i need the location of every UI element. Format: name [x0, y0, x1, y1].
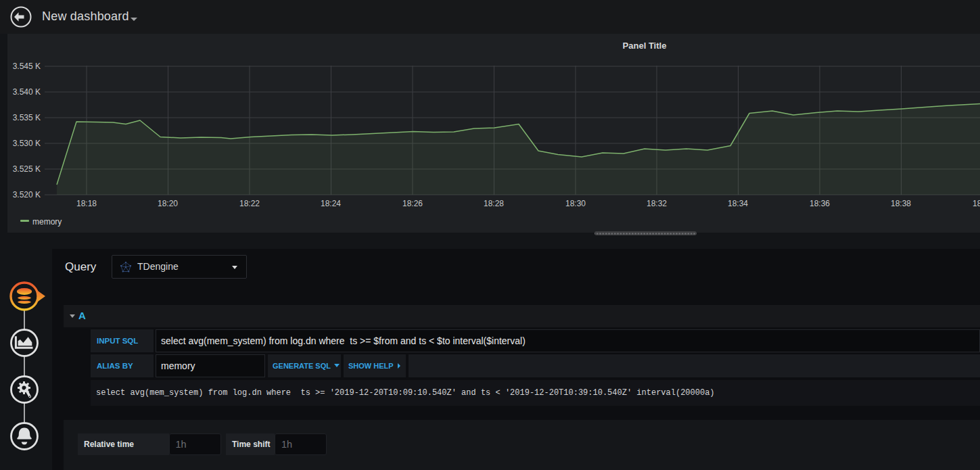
svg-text:memory: memory — [32, 217, 62, 227]
svg-text:3.545 K: 3.545 K — [13, 62, 41, 71]
svg-text:18:36: 18:36 — [810, 199, 830, 208]
svg-text:18:20: 18:20 — [158, 199, 178, 208]
svg-text:3.535 K: 3.535 K — [13, 113, 41, 122]
svg-text:3.540 K: 3.540 K — [13, 87, 41, 97]
svg-text:18:22: 18:22 — [239, 199, 260, 208]
svg-text:18:26: 18:26 — [402, 199, 423, 208]
svg-text:3.530 K: 3.530 K — [13, 139, 41, 148]
svg-text:18:30: 18:30 — [565, 199, 586, 208]
svg-text:18:18: 18:18 — [76, 199, 97, 208]
svg-text:18:32: 18:32 — [647, 199, 667, 208]
svg-text:18:24: 18:24 — [321, 199, 341, 208]
svg-text:18:34: 18:34 — [728, 199, 748, 208]
svg-text:18:40: 18:40 — [973, 199, 980, 208]
svg-text:18:28: 18:28 — [484, 199, 504, 208]
svg-text:3.525 K: 3.525 K — [13, 164, 41, 174]
svg-text:18:38: 18:38 — [891, 199, 911, 208]
svg-text:3.520 K: 3.520 K — [13, 190, 41, 199]
